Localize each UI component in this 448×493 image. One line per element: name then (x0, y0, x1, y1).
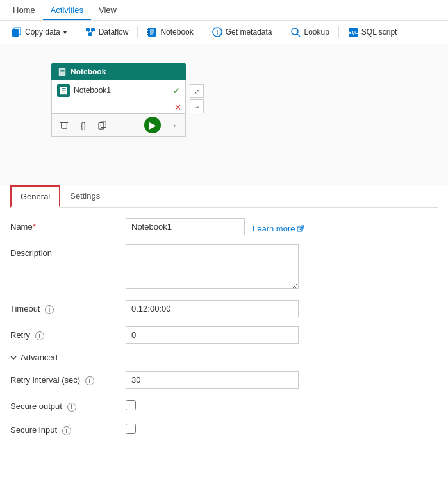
toolbar-separator-3 (203, 26, 203, 38)
node-run-button[interactable]: ▶ (144, 117, 161, 133)
retry-interval-row: Retry interval (sec) i (10, 371, 438, 389)
node-side-buttons: ⤢ → (190, 84, 204, 113)
name-input[interactable] (126, 218, 245, 235)
notebook-node: Notebook Notebook1 ✓ ✕ {} ▶ → ⤢ → (51, 63, 186, 137)
notebook-button[interactable]: Notebook (142, 24, 198, 40)
external-link-icon (297, 225, 304, 233)
sql-script-button[interactable]: SQL SQL script (343, 24, 402, 40)
node-actions: {} ▶ → (51, 114, 186, 137)
svg-rect-9 (147, 31, 149, 33)
secure-input-checkbox[interactable] (126, 424, 136, 434)
get-metadata-button[interactable]: i Get metadata (207, 24, 278, 40)
node-x-icon: ✕ (174, 103, 181, 112)
nav-view[interactable]: View (91, 1, 124, 19)
lookup-icon (290, 27, 301, 37)
svg-rect-8 (147, 29, 149, 30)
nav-home[interactable]: Home (5, 1, 43, 19)
timeout-info-icon: i (45, 305, 54, 314)
notebook-icon (147, 27, 157, 37)
description-row: Description (10, 244, 438, 291)
node-next-button[interactable]: → (166, 118, 180, 132)
node-item-label: Notebook1 (74, 86, 169, 95)
node-side-arrow[interactable]: → (190, 99, 204, 113)
svg-rect-3 (91, 28, 95, 31)
secure-output-label: Secure output i (10, 397, 126, 412)
node-delete-button[interactable] (57, 118, 71, 132)
toolbar-separator-5 (338, 26, 339, 38)
secure-input-row: Secure input i (10, 421, 438, 436)
timeout-field-wrapper (126, 300, 299, 317)
retry-info-icon: i (35, 331, 44, 340)
node-code-button[interactable]: {} (76, 118, 90, 132)
timeout-input[interactable] (126, 300, 299, 317)
advanced-section-header[interactable]: Advanced (10, 353, 438, 362)
description-textarea[interactable] (126, 244, 299, 289)
svg-rect-4 (88, 33, 92, 36)
svg-rect-10 (147, 34, 149, 35)
secure-input-info-icon: i (62, 426, 71, 435)
node-side-expand[interactable]: ⤢ (190, 84, 204, 98)
svg-line-6 (90, 31, 93, 33)
secure-input-field-wrapper (126, 421, 299, 436)
svg-text:SQL: SQL (349, 30, 358, 35)
node-title: Notebook (71, 67, 106, 76)
node-item-icon (57, 84, 70, 97)
retry-interval-input[interactable] (126, 371, 299, 389)
secure-output-info-icon: i (67, 403, 76, 412)
top-nav: Home Activities View (0, 0, 448, 21)
dataflow-button[interactable]: Dataflow (80, 24, 134, 40)
sql-icon: SQL (348, 27, 358, 37)
svg-rect-2 (86, 28, 90, 31)
name-label: Name* (10, 218, 126, 231)
node-copy-button[interactable] (95, 118, 110, 132)
name-field-wrapper (126, 218, 245, 235)
tab-settings[interactable]: Settings (60, 185, 110, 207)
node-header: Notebook (51, 63, 186, 80)
toolbar: Copy data ▾ Dataflow Notebook i Get meta… (0, 21, 448, 44)
dataflow-icon (85, 27, 95, 37)
svg-point-16 (292, 28, 298, 35)
timeout-row: Timeout i (10, 300, 438, 317)
info-icon: i (212, 27, 222, 37)
name-row: Name* Learn more (10, 218, 438, 235)
learn-more-link[interactable]: Learn more (253, 220, 304, 233)
panel-tabs: General Settings (10, 185, 438, 208)
secure-output-row: Secure output i (10, 397, 438, 412)
toolbar-separator-4 (281, 26, 281, 38)
name-required: * (33, 222, 36, 231)
secure-output-field-wrapper (126, 397, 299, 412)
retry-interval-label: Retry interval (sec) i (10, 371, 126, 385)
timeout-label: Timeout i (10, 300, 126, 314)
advanced-label: Advanced (21, 353, 58, 362)
general-form: Name* Learn more Description Timeou (10, 218, 438, 436)
retry-row: Retry i (10, 326, 438, 344)
svg-text:i: i (217, 29, 219, 36)
svg-rect-33 (297, 227, 302, 231)
copy-data-caret: ▾ (63, 29, 67, 36)
retry-field-wrapper (126, 326, 299, 344)
canvas-area: Notebook Notebook1 ✓ ✕ {} ▶ → ⤢ → (0, 44, 448, 185)
svg-rect-27 (62, 123, 67, 129)
lookup-button[interactable]: Lookup (285, 24, 334, 40)
description-field-wrapper (126, 244, 299, 291)
secure-output-checkbox[interactable] (126, 400, 136, 410)
advanced-chevron-icon (10, 355, 17, 361)
nav-activities[interactable]: Activities (43, 1, 91, 20)
retry-label: Retry i (10, 326, 126, 340)
node-check-icon: ✓ (173, 86, 180, 96)
toolbar-separator (76, 26, 76, 38)
retry-interval-info-icon: i (85, 376, 94, 385)
node-body[interactable]: Notebook1 ✓ (51, 80, 186, 101)
svg-line-5 (88, 31, 90, 33)
toolbar-separator-2 (137, 26, 138, 38)
retry-interval-field-wrapper (126, 371, 299, 389)
copy-data-icon (12, 27, 22, 37)
svg-line-17 (297, 34, 300, 37)
description-label: Description (10, 244, 126, 258)
retry-input[interactable] (126, 326, 299, 344)
bottom-panel: General Settings Name* Learn more Descri… (0, 185, 448, 458)
secure-input-label: Secure input i (10, 421, 126, 435)
tab-general[interactable]: General (10, 185, 60, 208)
copy-data-button[interactable]: Copy data ▾ (6, 24, 72, 40)
svg-rect-0 (12, 29, 19, 37)
